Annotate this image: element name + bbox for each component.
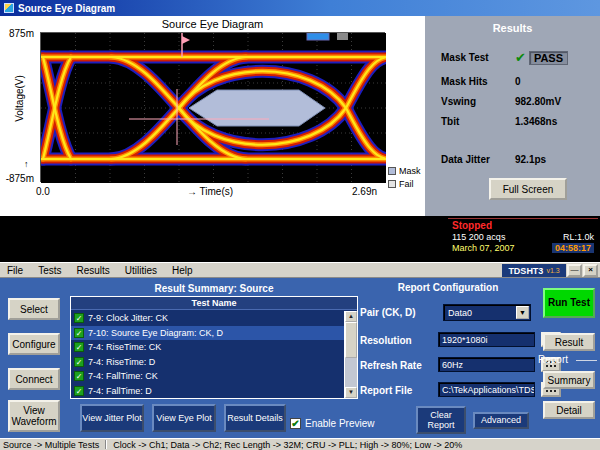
mask-region: [189, 90, 325, 126]
acquisition-count: 115 200 acqs: [452, 232, 505, 242]
pass-check-icon: ✓: [74, 357, 84, 367]
record-length: RL:1.0k: [563, 232, 594, 242]
clear-report-button[interactable]: Clear Report: [416, 406, 466, 434]
legend-mask-row: Mask: [388, 166, 421, 176]
test-name: 7-4: FallTime: CK: [88, 371, 158, 381]
mask-test-row: Mask Test ✔ PASS: [441, 50, 594, 65]
table-row[interactable]: ✓ 7-4: RiseTime: D: [71, 355, 344, 370]
menu-tests[interactable]: Tests: [38, 265, 61, 276]
table-scrollbar[interactable]: ▲ ▼: [344, 311, 357, 398]
tbit-row: Tbit 1.3468ns: [441, 114, 594, 129]
x-axis-title: → Time(s): [150, 186, 270, 197]
status-left: Source -> Multiple Tests: [3, 440, 99, 450]
full-screen-button[interactable]: Full Screen: [489, 178, 567, 200]
result-button[interactable]: Result: [543, 333, 595, 351]
legend-fail-row: Fail: [388, 179, 421, 189]
chevron-down-icon[interactable]: ▼: [516, 306, 529, 319]
result-summary-table: Test Name ✓ 7-9: Clock Jitter: CK ✓ 7-10…: [70, 296, 358, 399]
result-summary-title: Result Summary: Source: [70, 283, 358, 294]
summary-button[interactable]: Summary: [543, 371, 595, 389]
eye-diagram-panel: Source Eye Diagram 875m -875m ↑ Voltage(…: [0, 16, 425, 216]
menu-help[interactable]: Help: [172, 265, 193, 276]
window-title: Source Eye Diagram: [18, 3, 115, 14]
app-icon: [4, 3, 14, 13]
enable-preview-label: Enable Preview: [305, 418, 374, 429]
status-divider: [105, 440, 107, 449]
configure-button[interactable]: Configure: [8, 333, 60, 355]
fail-swatch-icon: [388, 180, 396, 188]
table-body: ✓ 7-9: Clock Jitter: CK ✓ 7-10: Source E…: [71, 311, 344, 398]
test-name: 7-10: Source Eye Diagram: CK, D: [88, 328, 223, 338]
menu-results[interactable]: Results: [76, 265, 109, 276]
menu-utilities[interactable]: Utilities: [125, 265, 157, 276]
test-name: 7-4: FallTime: D: [88, 386, 152, 396]
report-file-label: Report File: [360, 385, 412, 396]
test-name: 7-4: RiseTime: CK: [88, 342, 161, 352]
acquisition-info: Stopped 115 200 acqs RL:1.0k March 07, 2…: [448, 218, 598, 260]
test-name-column-header: Test Name: [71, 297, 357, 310]
status-right: Clock -> Ch1; Data -> Ch2; Rec Length ->…: [113, 440, 462, 450]
y-min-label: -875m: [0, 173, 34, 184]
y-max-label: 875m: [0, 28, 34, 39]
status-bar: Source -> Multiple Tests Clock -> Ch1; D…: [0, 438, 600, 450]
report-group-label: Report: [538, 354, 568, 365]
eye-diagram-plot: [40, 32, 385, 182]
vswing-row: Vswing 982.80mV: [441, 94, 594, 109]
resolution-input[interactable]: 1920*1080i: [438, 332, 535, 347]
table-row-selected[interactable]: ✓ 7-10: Source Eye Diagram: CK, D: [71, 326, 344, 341]
zoom-marker-gray: [337, 33, 348, 40]
advanced-button[interactable]: Advanced: [473, 412, 529, 429]
scope-strip: Stopped 115 200 acqs RL:1.0k March 07, 2…: [0, 216, 600, 262]
scroll-thumb[interactable]: [345, 322, 357, 358]
results-panel: Results Mask Test ✔ PASS Mask Hits 0 Vsw…: [425, 16, 600, 216]
upper-section: Source Eye Diagram 875m -875m ↑ Voltage(…: [0, 16, 600, 216]
tbit-label: Tbit: [441, 116, 515, 127]
report-file-input[interactable]: C:\TekApplications\TDSHT: [438, 382, 535, 397]
minimize-button[interactable]: —: [567, 264, 582, 277]
x-axis-text: Time(s): [200, 186, 234, 197]
fail-legend-label: Fail: [399, 179, 414, 189]
mask-legend-label: Mask: [399, 166, 421, 176]
connect-button[interactable]: Connect: [8, 368, 60, 390]
table-row[interactable]: ✓ 7-4: FallTime: D: [71, 384, 344, 399]
data-jitter-label: Data Jitter: [441, 154, 515, 165]
menu-bar: File Tests Results Utilities Help TDSHT3…: [0, 262, 600, 278]
view-waveform-button[interactable]: View Waveform: [8, 400, 60, 432]
mask-swatch-icon: [388, 167, 396, 175]
vswing-value: 982.80mV: [515, 96, 561, 107]
refresh-rate-input[interactable]: 60Hz: [438, 357, 535, 372]
y-axis-arrow-icon: ↑: [24, 159, 29, 169]
window-titlebar[interactable]: Source Eye Diagram: [0, 0, 600, 16]
mask-test-result-badge: PASS: [529, 51, 568, 65]
acquisition-state: Stopped: [452, 220, 594, 231]
time-label: 04:58:17: [552, 243, 594, 253]
table-row[interactable]: ✓ 7-4: RiseTime: CK: [71, 340, 344, 355]
test-name: 7-9: Clock Jitter: CK: [88, 313, 168, 323]
main-area: Select Configure Connect View Waveform R…: [0, 278, 600, 438]
table-row[interactable]: ✓ 7-9: Clock Jitter: CK: [71, 311, 344, 326]
close-button[interactable]: ×: [583, 264, 598, 277]
tdsht3-app-window: Source Eye Diagram Source Eye Diagram 87…: [0, 0, 600, 450]
vswing-label: Vswing: [441, 96, 515, 107]
app-version-badge: TDSHT3 v1.3: [502, 264, 566, 277]
report-configuration-title: Report Configuration: [358, 282, 538, 293]
detail-button[interactable]: Detail: [543, 401, 595, 419]
scroll-up-icon[interactable]: ▲: [345, 311, 357, 322]
app-name: TDSHT3: [508, 266, 543, 276]
view-jitter-plot-button[interactable]: View Jitter Plot: [80, 404, 144, 432]
enable-preview-checkbox[interactable]: ✔: [290, 418, 301, 429]
scroll-down-icon[interactable]: ▼: [345, 387, 357, 398]
view-eye-plot-button[interactable]: View Eye Plot: [152, 404, 216, 432]
menu-file[interactable]: File: [7, 265, 23, 276]
table-row[interactable]: ✓ 7-4: FallTime: CK: [71, 369, 344, 384]
pair-dropdown[interactable]: Data0 ▼: [443, 304, 531, 321]
mask-hits-row: Mask Hits 0: [441, 74, 594, 89]
report-group-line: [576, 360, 597, 361]
pass-check-icon: ✓: [74, 328, 84, 338]
run-test-button[interactable]: Run Test: [543, 288, 595, 318]
select-button[interactable]: Select: [8, 298, 60, 320]
test-name: 7-4: RiseTime: D: [88, 357, 155, 367]
pass-check-icon: ✓: [74, 371, 84, 381]
result-details-button[interactable]: Result Details: [224, 404, 286, 432]
data-jitter-value: 92.1ps: [515, 154, 546, 165]
